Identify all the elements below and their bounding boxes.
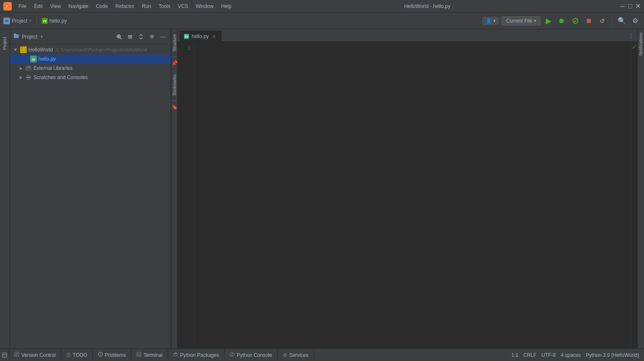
toolbar-separator-1 <box>36 17 37 25</box>
bottom-left-expand-button[interactable] <box>0 349 9 361</box>
bookmarks-tab[interactable]: Bookmarks <box>171 69 178 100</box>
menu-run[interactable]: Run <box>138 3 154 10</box>
bottom-tab-problems[interactable]: Problems <box>93 349 132 361</box>
profile-icon: 👤 <box>486 18 492 24</box>
tree-file-hellopy[interactable]: py hello.py <box>10 54 171 64</box>
menu-file[interactable]: File <box>15 3 30 10</box>
status-encoding[interactable]: UTF-8 <box>542 352 556 358</box>
menu-edit[interactable]: Edit <box>31 3 46 10</box>
maximize-button[interactable]: □ <box>627 3 633 9</box>
menu-help[interactable]: Help <box>218 3 235 10</box>
status-interpreter[interactable]: Python 3.9 (HelloWorld) <box>586 352 639 358</box>
structure-panel-inner: Structure 📌 Bookmarks 🔖 <box>171 29 177 113</box>
tree-root-item[interactable]: ▶ HelloWorld C:\Users\IvanS\PycharmProje… <box>10 45 171 54</box>
project-tree: ▶ HelloWorld C:\Users\IvanS\PycharmProje… <box>10 44 171 348</box>
menu-navigate[interactable]: Navigate <box>65 3 92 10</box>
bottom-tab-version-control[interactable]: Version Control <box>9 349 61 361</box>
editor-content: 1 ✓ <box>178 42 637 348</box>
reload-button[interactable]: ↺ <box>597 15 608 26</box>
menu-code[interactable]: Code <box>92 3 111 10</box>
root-label: HelloWorld <box>28 47 53 53</box>
stop-button[interactable] <box>583 15 594 26</box>
svg-rect-3 <box>5 20 8 22</box>
menu-vcs[interactable]: VCS <box>174 3 192 10</box>
tree-external-libraries[interactable]: ▶ External Libraries <box>10 64 171 73</box>
svg-rect-19 <box>21 48 23 49</box>
tab-close-hellopy[interactable]: ✕ <box>211 33 217 39</box>
status-line-ending[interactable]: CRLF <box>523 352 536 358</box>
svg-line-12 <box>120 38 122 39</box>
svg-point-26 <box>27 77 28 78</box>
collapse-all-button[interactable] <box>125 32 135 41</box>
file-label-hellopy: hello.py <box>38 56 56 62</box>
version-control-icon <box>14 352 19 358</box>
bottom-tab-python-console[interactable]: Python Console <box>225 349 278 361</box>
debug-button[interactable] <box>557 15 567 26</box>
scratch-icon <box>25 74 32 81</box>
bookmarks-icons: 🔖 <box>171 101 178 113</box>
project-label[interactable]: Project <box>12 18 27 24</box>
panel-close-button[interactable]: — <box>158 32 167 41</box>
structure-pin-icon[interactable]: 📌 <box>171 59 178 68</box>
breadcrumb: Project ▾ <box>3 18 31 24</box>
svg-point-27 <box>28 77 30 78</box>
bottom-tab-python-packages[interactable]: Python Packages <box>168 349 225 361</box>
svg-point-41 <box>230 352 234 356</box>
minimize-button[interactable]: ─ <box>620 3 626 9</box>
code-editor[interactable] <box>194 42 631 348</box>
project-dropdown-icon[interactable]: ▾ <box>41 34 43 39</box>
project-panel: Project ▾ <box>10 29 171 348</box>
profile-dropdown-icon: ▾ <box>493 18 496 23</box>
bottom-tab-terminal[interactable]: Terminal <box>131 349 168 361</box>
tree-scratches[interactable]: ▶ Scratches and Consoles <box>10 73 171 82</box>
window-controls: ─ □ ✕ <box>620 3 641 9</box>
menu-view[interactable]: View <box>47 3 64 10</box>
line-number-1: 1 <box>178 44 191 52</box>
menu-window[interactable]: Window <box>192 3 217 10</box>
structure-tab[interactable]: Structure <box>171 29 178 56</box>
svg-rect-9 <box>14 34 19 38</box>
settings-button[interactable]: ⚙ <box>630 15 641 26</box>
current-file-dropdown-icon: ▾ <box>534 18 536 23</box>
menu-refactor[interactable]: Refactor <box>112 3 138 10</box>
file-label: hello.py <box>49 18 66 24</box>
sidebar-project-tab[interactable]: Project <box>0 31 10 56</box>
svg-text:py: py <box>32 58 35 61</box>
menu-tools[interactable]: Tools <box>155 3 174 10</box>
tab-py-icon: py <box>184 34 189 39</box>
bottom-tab-problems-label: Problems <box>105 352 126 358</box>
status-position[interactable]: 1:1 <box>511 352 519 358</box>
status-indent[interactable]: 4 spaces <box>561 352 581 358</box>
coverage-button[interactable] <box>570 15 581 26</box>
bookmarks-pin-icon[interactable]: 🔖 <box>171 102 178 112</box>
run-button[interactable]: ▶ <box>543 15 554 26</box>
tab-more-button[interactable]: ⋮ <box>626 31 636 41</box>
project-panel-header: Project ▾ <box>10 29 171 44</box>
notifications-tab[interactable]: Notifications <box>639 29 643 59</box>
profile-button[interactable]: 👤 ▾ <box>482 17 499 25</box>
tab-bar-actions: ⋮ <box>626 31 636 41</box>
panel-settings-button[interactable]: ⚙ <box>147 32 156 41</box>
terminal-icon <box>136 352 141 358</box>
editor-tab-hellopy[interactable]: py hello.py ✕ <box>179 31 222 41</box>
bottom-tab-todo[interactable]: ☰ TODO <box>61 349 92 361</box>
file-py-icon: py <box>42 18 48 24</box>
file-py-icon: py <box>30 56 37 62</box>
bottom-tab-services[interactable]: ⚙ Services <box>278 349 314 361</box>
file-arrow-spacer <box>23 56 28 61</box>
breadcrumb-arrow: ▾ <box>29 18 31 23</box>
svg-point-36 <box>100 355 101 356</box>
current-file-button[interactable]: Current File ▾ <box>501 16 541 26</box>
status-bar: 1:1 CRLF UTF-8 4 spaces Python 3.9 (Hell… <box>506 352 644 358</box>
python-console-icon <box>230 352 235 358</box>
expand-all-button[interactable] <box>136 32 146 41</box>
ext-arrow: ▶ <box>18 66 23 71</box>
python-packages-icon <box>173 352 178 358</box>
close-button[interactable]: ✕ <box>635 3 641 9</box>
search-button[interactable]: 🔍 <box>616 15 627 26</box>
svg-rect-5 <box>563 20 565 20</box>
locate-file-button[interactable] <box>115 32 124 41</box>
root-path: C:\Users\IvanS\PycharmProjects\HelloWorl… <box>56 47 147 52</box>
todo-icon: ☰ <box>66 352 71 358</box>
editor-right-gutter: ✓ <box>631 42 637 348</box>
